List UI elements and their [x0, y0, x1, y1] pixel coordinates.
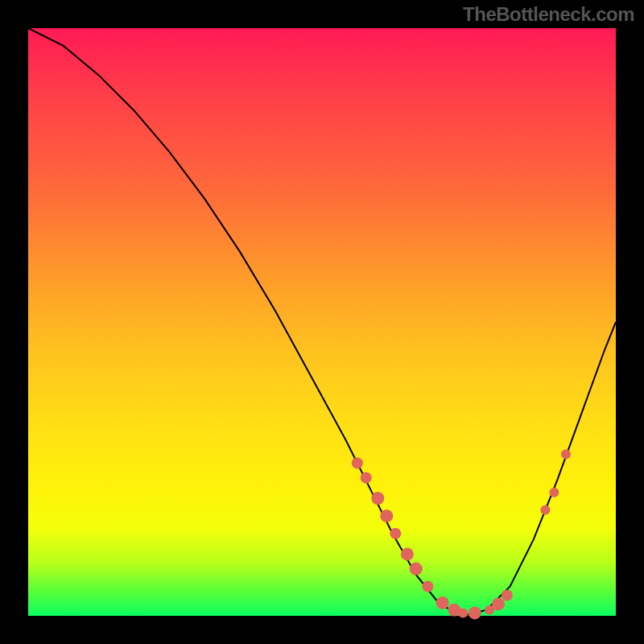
data-marker	[371, 492, 384, 505]
attribution-label: TheBottleneck.com	[463, 3, 634, 26]
curve-markers	[352, 449, 571, 619]
data-marker	[561, 449, 571, 459]
data-marker	[410, 563, 423, 576]
chart-container: TheBottleneck.com	[0, 0, 644, 644]
data-marker	[380, 510, 393, 522]
bottleneck-curve	[28, 28, 616, 616]
data-marker	[401, 547, 414, 560]
chart-svg	[28, 28, 616, 616]
plot-area	[28, 28, 616, 616]
data-marker	[390, 528, 401, 539]
data-marker	[422, 581, 433, 592]
data-marker	[436, 597, 449, 609]
data-marker	[540, 506, 550, 515]
data-marker	[549, 488, 559, 497]
data-marker	[492, 597, 505, 610]
data-marker	[361, 473, 372, 484]
data-marker	[469, 606, 481, 619]
data-marker	[502, 590, 513, 601]
data-marker	[458, 608, 468, 617]
data-marker	[352, 457, 363, 469]
